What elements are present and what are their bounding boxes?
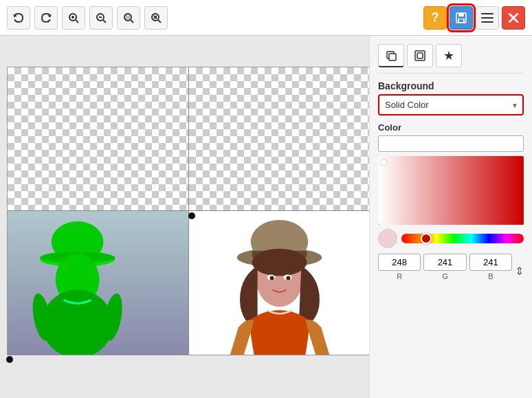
undo-button[interactable]	[7, 6, 30, 30]
svg-rect-17	[459, 19, 463, 22]
g-input[interactable]	[423, 254, 466, 271]
canvas-area	[0, 36, 369, 398]
tab-properties[interactable]	[407, 44, 433, 67]
rgb-row: R G B ⇕	[378, 254, 524, 280]
r-input[interactable]	[378, 254, 421, 271]
zoom-out-button[interactable]	[89, 6, 113, 30]
background-dropdown[interactable]: Solid Color Transparent Image	[378, 94, 524, 115]
color-section: Color	[378, 122, 524, 280]
right-panel: ★ Background Solid Color Transparent Ima…	[369, 36, 532, 398]
svg-rect-9	[126, 15, 130, 19]
hue-row	[378, 229, 524, 248]
background-label: Background	[378, 80, 524, 91]
background-section: Background Solid Color Transparent Image…	[378, 80, 524, 115]
tab-favorites[interactable]: ★	[436, 44, 462, 67]
svg-rect-47	[415, 51, 425, 60]
svg-rect-15	[458, 13, 464, 16]
cell-bottom-right	[189, 211, 369, 355]
svg-rect-18	[481, 13, 494, 14]
r-label: R	[397, 272, 402, 280]
svg-line-11	[158, 20, 161, 23]
b-input[interactable]	[469, 254, 512, 271]
panel-tabs: ★	[378, 44, 524, 74]
r-input-group: R	[378, 254, 421, 280]
color-label: Color	[378, 122, 524, 133]
svg-rect-48	[417, 53, 423, 58]
svg-point-40	[252, 249, 307, 276]
zoom-fit-button[interactable]	[117, 6, 140, 30]
close-button[interactable]	[502, 6, 525, 30]
hue-overlay	[378, 156, 524, 225]
svg-rect-20	[481, 21, 494, 23]
svg-point-43	[270, 276, 274, 280]
rgb-spinner-arrows[interactable]: ⇕	[515, 265, 524, 280]
b-input-group: B	[469, 254, 512, 280]
toolbar-left	[7, 6, 168, 30]
background-dropdown-wrapper: Solid Color Transparent Image ▼	[378, 94, 524, 115]
color-picker-area[interactable]	[378, 156, 524, 225]
help-button[interactable]: ?	[423, 6, 447, 30]
color-swatch	[378, 229, 397, 248]
color-picker-handle[interactable]	[381, 159, 386, 165]
cell-top-left	[8, 67, 189, 211]
cell-bottom-left	[8, 211, 189, 355]
handle-bottom-left[interactable]	[6, 356, 13, 363]
g-label: G	[442, 272, 448, 280]
image-grid	[7, 67, 369, 355]
save-button[interactable]	[450, 6, 473, 30]
svg-point-27	[42, 289, 113, 355]
b-label: B	[488, 272, 493, 280]
svg-rect-46	[389, 54, 396, 60]
main-area: ★ Background Solid Color Transparent Ima…	[0, 36, 532, 398]
svg-point-44	[286, 276, 290, 280]
svg-rect-19	[481, 17, 494, 19]
svg-line-5	[103, 20, 106, 23]
hue-thumb[interactable]	[421, 233, 432, 244]
svg-line-1	[76, 20, 78, 23]
svg-line-8	[131, 20, 133, 23]
g-input-group: G	[423, 254, 466, 280]
cell-top-right	[189, 67, 369, 211]
hex-color-input[interactable]	[378, 135, 524, 152]
tab-layers[interactable]	[378, 44, 404, 67]
handle-center[interactable]	[188, 212, 195, 219]
menu-button[interactable]	[476, 6, 499, 30]
redo-button[interactable]	[34, 6, 58, 30]
hue-slider[interactable]	[401, 234, 524, 243]
toolbar: ?	[0, 0, 532, 36]
toolbar-right: ?	[423, 6, 525, 30]
zoom-in-button[interactable]	[62, 6, 85, 30]
zoom-reset-button[interactable]	[144, 6, 168, 30]
